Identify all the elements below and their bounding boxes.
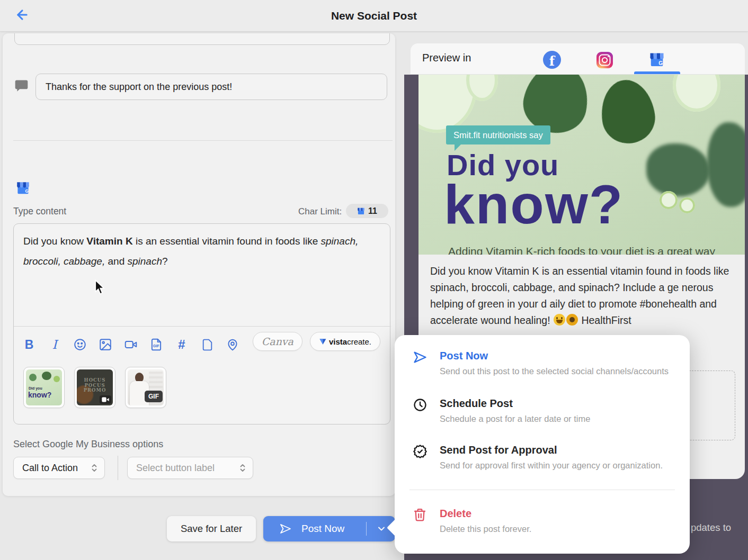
badge-check-icon [413, 444, 428, 459]
composer-card: Thanks for the support on the previous p… [3, 33, 395, 496]
grinning-emoji [554, 314, 565, 326]
gif-badge: GIF [145, 391, 163, 402]
video-button[interactable] [123, 337, 139, 353]
preview-image-heading-2: know? [444, 173, 624, 236]
char-limit-value: 11 [368, 206, 377, 216]
vistacreate-triangle-icon [319, 338, 327, 346]
menu-item-description: Send out this post to the selected socia… [440, 366, 669, 376]
post-actions-menu: Post Now Send out this post to the selec… [395, 335, 690, 554]
call-to-action-value: Call to Action [22, 463, 78, 474]
menu-item-description: Delete this post forever. [440, 524, 531, 534]
menu-item-title: Send Post for Approval [440, 444, 557, 456]
button-label-placeholder: Select button label [136, 463, 215, 474]
hashtag-button[interactable]: # [174, 337, 190, 353]
background-text-fragment: pdates to [691, 522, 731, 534]
google-my-business-mini-icon [357, 207, 365, 215]
content-segment-italic: spinach [127, 256, 162, 267]
sunflower-emoji [566, 314, 578, 326]
comment-input-value: Thanks for the support on the previous p… [46, 82, 232, 93]
preview-post-image: Smit.fit nutritionists say Did you know?… [418, 75, 745, 255]
gif-button[interactable]: GIF [148, 337, 164, 353]
facebook-icon: f [543, 51, 561, 69]
thumbnail-caption-line2: know? [28, 391, 51, 399]
content-segment: is an essential vitamin found in foods l… [133, 236, 321, 247]
bold-button[interactable]: B [21, 337, 37, 353]
send-icon [413, 350, 428, 365]
preview-header: Preview in f G [411, 43, 745, 75]
attachment-gif-thumbnail[interactable]: GIF [125, 367, 166, 408]
design-tools: Canva vistacreate. [253, 332, 380, 351]
post-title-input[interactable] [14, 33, 390, 45]
tab-facebook[interactable]: f [541, 49, 563, 70]
canva-button[interactable]: Canva [253, 332, 302, 351]
send-icon [279, 522, 292, 535]
type-content-label: Type content [13, 206, 66, 217]
document-button[interactable] [199, 337, 215, 353]
attachment-image-thumbnail[interactable]: Did you know? [23, 367, 65, 408]
content-segment: ? [162, 256, 168, 267]
svg-text:GIF: GIF [153, 344, 159, 348]
button-divider [366, 522, 367, 536]
content-segment-bold: Vitamin K [86, 236, 132, 247]
post-now-button[interactable]: Post Now [263, 516, 395, 541]
svg-text:G: G [658, 60, 663, 66]
hashtag-glyph: # [178, 337, 185, 352]
char-limit-badge: 11 [346, 204, 388, 218]
attachment-list: Did you know? HOCUS POCUS PROMO [23, 367, 166, 408]
section-divider [13, 140, 393, 141]
chevron-down-icon[interactable] [376, 523, 387, 534]
google-my-business-icon: G [16, 182, 30, 195]
content-segment: Did you know [23, 236, 86, 247]
content-textarea[interactable]: Did you know Vitamin K is an essential v… [14, 224, 391, 327]
content-editor: Did you know Vitamin K is an essential v… [13, 223, 390, 424]
trash-icon [413, 508, 428, 522]
new-social-post-screen: New Social Post Thanks for the support o… [0, 0, 748, 560]
updown-chevron-icon [91, 463, 98, 473]
comment-input[interactable]: Thanks for the support on the previous p… [35, 74, 387, 100]
canva-logo: Canva [262, 336, 293, 347]
updown-chevron-icon [239, 463, 246, 473]
italic-button[interactable]: I [47, 337, 63, 353]
preview-image-subline: Adding Vitamin K-rich foods to your diet… [418, 245, 745, 255]
menu-item-description: Schedule a post for a later date or time [440, 414, 590, 424]
clock-icon [413, 398, 428, 412]
content-segment: and [105, 256, 127, 267]
image-button[interactable] [97, 337, 113, 353]
gmb-options-label: Select Google My Business options [13, 439, 163, 450]
header-bar: New Social Post [0, 0, 748, 32]
menu-item-title: Post Now [440, 350, 488, 362]
emoji-button[interactable] [72, 337, 88, 353]
menu-divider [409, 490, 675, 490]
italic-glyph: I [52, 338, 57, 351]
menu-item-title: Schedule Post [440, 398, 513, 410]
location-button[interactable] [225, 337, 241, 353]
svg-text:G: G [25, 188, 29, 194]
bold-glyph: B [25, 338, 34, 352]
vistacreate-logo-bold: vista [329, 337, 347, 346]
char-limit-label: Char Limit: [298, 206, 342, 217]
active-tab-indicator [634, 71, 680, 74]
menu-item-description: Send for approval first within your agen… [440, 460, 663, 471]
tab-instagram[interactable] [594, 49, 615, 70]
save-for-later-label: Save for Later [181, 523, 242, 535]
attachment-video-thumbnail[interactable]: HOCUS POCUS PROMO [74, 367, 115, 408]
preview-image-badge: Smit.fit nutritionists say [446, 125, 550, 144]
video-thumbnail-caption: HOCUS POCUS PROMO [77, 378, 113, 393]
menu-item-title: Delete [440, 508, 471, 520]
vistacreate-button[interactable]: vistacreate. [310, 332, 380, 351]
post-now-button-label: Post Now [301, 523, 344, 535]
video-badge-icon [100, 395, 111, 404]
instagram-icon [596, 52, 613, 68]
comment-bubble-icon [14, 78, 29, 93]
thumbnail-caption-line1: Did you [29, 386, 42, 390]
vistacreate-logo-regular: create. [347, 337, 371, 346]
google-my-business-icon: G [649, 52, 665, 67]
preview-in-label: Preview in [422, 52, 471, 64]
formatting-toolbar: B I GIF # [21, 333, 241, 356]
call-to-action-select[interactable]: Call to Action [13, 457, 105, 479]
preview-caption-suffix: HealthFirst [581, 314, 631, 326]
save-for-later-button[interactable]: Save for Later [167, 516, 256, 541]
page-title: New Social Post [0, 0, 748, 32]
button-label-select[interactable]: Select button label [127, 457, 253, 479]
tab-google-my-business[interactable]: G [646, 49, 667, 70]
